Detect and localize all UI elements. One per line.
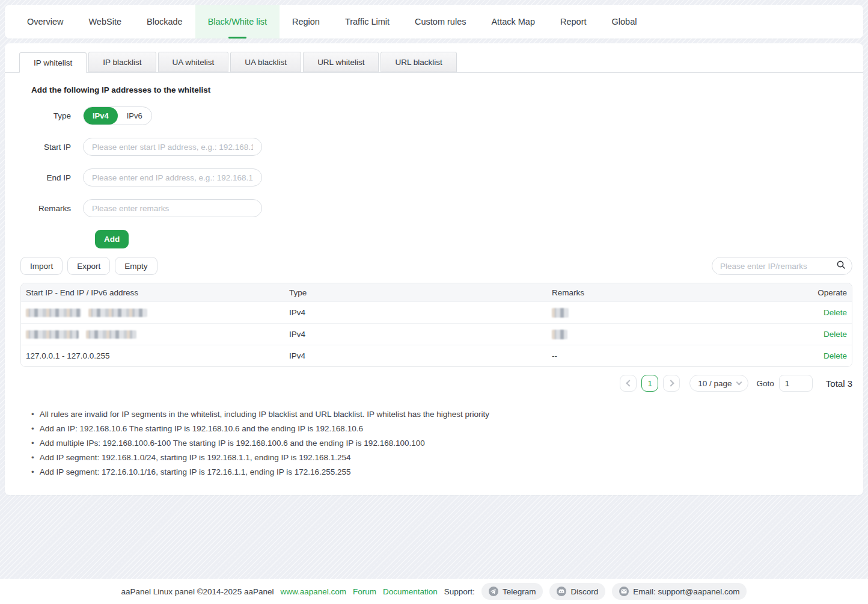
note-item: Add multiple IPs: 192.168.100.6-100 The … xyxy=(31,436,852,451)
tab-ip-blacklist[interactable]: IP blacklist xyxy=(88,52,156,72)
cell-type: IPv4 xyxy=(289,308,552,317)
discord-button[interactable]: Discord xyxy=(549,583,605,600)
header-remarks: Remarks xyxy=(552,288,781,297)
header-ip: Start IP - End IP / IPv6 address xyxy=(26,288,289,297)
page-size-value: 10 / page xyxy=(698,379,732,388)
discord-icon xyxy=(557,587,566,596)
cell-type: IPv4 xyxy=(289,330,552,339)
forum-link[interactable]: Forum xyxy=(353,587,376,596)
main-panel: IP whitelist IP blacklist UA whitelist U… xyxy=(5,43,863,495)
nav-item-region[interactable]: Region xyxy=(280,5,332,39)
nav-item-report[interactable]: Report xyxy=(548,5,599,39)
nav-item-website[interactable]: WebSite xyxy=(76,5,134,39)
help-notes: All rules are invalid for IP segments in… xyxy=(31,407,852,479)
goto-page-input[interactable] xyxy=(779,375,813,392)
cell-ip: 127.0.0.1 - 127.0.0.255 xyxy=(26,351,289,360)
redacted-ip-block xyxy=(26,330,79,339)
remarks-label: Remarks xyxy=(16,204,83,213)
list-toolbar: Import Export Empty xyxy=(20,257,852,275)
email-button[interactable]: Email: support@aapanel.com xyxy=(612,583,747,600)
cell-type: IPv4 xyxy=(289,351,552,360)
page-size-select[interactable]: 10 / page xyxy=(689,375,748,392)
start-ip-label: Start IP xyxy=(16,143,83,152)
next-page-button[interactable] xyxy=(663,375,680,392)
documentation-link[interactable]: Documentation xyxy=(383,587,438,596)
ip-type-ipv4[interactable]: IPv4 xyxy=(84,107,118,125)
nav-item-traffic-limit[interactable]: Traffic Limit xyxy=(332,5,402,39)
page-footer: aaPanel Linux panel ©2014-2025 aaPanel w… xyxy=(0,579,868,604)
delete-link[interactable]: Delete xyxy=(824,351,847,360)
end-ip-label: End IP xyxy=(16,173,83,182)
header-operate: Operate xyxy=(781,288,847,297)
copyright-text: aaPanel Linux panel ©2014-2025 aaPanel xyxy=(121,587,274,596)
pagination: 1 10 / page Goto Total 3 xyxy=(16,375,852,392)
nav-item-black-white-list[interactable]: Black/White list xyxy=(195,5,280,39)
page-number-button[interactable]: 1 xyxy=(641,375,658,392)
type-label: Type xyxy=(16,111,83,120)
cell-ip-redacted xyxy=(26,330,289,339)
redacted-ip-block xyxy=(86,330,136,339)
email-icon xyxy=(619,587,629,596)
telegram-label: Telegram xyxy=(503,587,536,596)
cell-remarks: -- xyxy=(552,351,781,360)
tab-url-whitelist[interactable]: URL whitelist xyxy=(303,52,379,72)
chevron-right-icon xyxy=(667,380,674,386)
table-header-row: Start IP - End IP / IPv6 address Type Re… xyxy=(21,283,852,301)
ip-type-toggle: IPv4 IPv6 xyxy=(83,106,152,125)
empty-button[interactable]: Empty xyxy=(115,257,157,275)
total-count: Total 3 xyxy=(826,378,852,389)
header-type: Type xyxy=(289,288,552,297)
search-input[interactable] xyxy=(720,262,836,271)
discord-label: Discord xyxy=(570,587,598,596)
support-label: Support: xyxy=(444,587,475,596)
telegram-button[interactable]: Telegram xyxy=(481,583,543,600)
redacted-ip-block xyxy=(26,309,81,317)
import-button[interactable]: Import xyxy=(20,257,63,275)
tab-url-blacklist[interactable]: URL blacklist xyxy=(381,52,456,72)
nav-item-overview[interactable]: Overview xyxy=(14,5,76,39)
export-button[interactable]: Export xyxy=(67,257,110,275)
top-nav: Overview WebSite Blockade Black/White li… xyxy=(5,5,863,39)
tab-ua-blacklist[interactable]: UA blacklist xyxy=(230,52,301,72)
note-item: Add IP segment: 172.16.10.1/16, starting… xyxy=(31,465,852,479)
form-title: Add the following IP addresses to the wh… xyxy=(31,85,852,94)
note-item: Add an IP: 192.168.10.6 The starting IP … xyxy=(31,422,852,436)
email-label: Email: support@aapanel.com xyxy=(633,587,739,596)
goto-label: Goto xyxy=(757,379,774,388)
cell-remarks-redacted xyxy=(552,307,781,317)
redacted-remark-block xyxy=(552,330,567,339)
table-row: 127.0.0.1 - 127.0.0.255 IPv4 -- Delete xyxy=(21,345,852,366)
add-button[interactable]: Add xyxy=(95,230,129,248)
delete-link[interactable]: Delete xyxy=(824,330,847,339)
chevron-left-icon xyxy=(626,380,632,386)
start-ip-input[interactable] xyxy=(83,138,262,156)
chevron-down-icon xyxy=(736,380,742,386)
remarks-input[interactable] xyxy=(83,199,262,217)
table-row: IPv4 Delete xyxy=(21,323,852,345)
note-item: All rules are invalid for IP segments in… xyxy=(31,407,852,422)
nav-item-global[interactable]: Global xyxy=(599,5,650,39)
redacted-remark-block xyxy=(552,308,569,318)
end-ip-input[interactable] xyxy=(83,168,262,186)
whitelist-table: Start IP - End IP / IPv6 address Type Re… xyxy=(20,283,852,367)
table-row: IPv4 Delete xyxy=(21,301,852,323)
website-link[interactable]: www.aapanel.com xyxy=(280,587,346,596)
search-box[interactable] xyxy=(712,257,852,275)
tab-ip-whitelist[interactable]: IP whitelist xyxy=(19,52,87,73)
search-icon[interactable] xyxy=(836,260,846,272)
note-item: Add IP segment: 192.168.1.0/24, starting… xyxy=(31,451,852,465)
prev-page-button[interactable] xyxy=(620,375,637,392)
ip-type-ipv6[interactable]: IPv6 xyxy=(118,107,151,125)
nav-item-blockade[interactable]: Blockade xyxy=(134,5,195,39)
cell-ip-redacted xyxy=(26,308,289,317)
nav-item-custom-rules[interactable]: Custom rules xyxy=(402,5,478,39)
redacted-ip-block xyxy=(88,309,147,317)
telegram-icon xyxy=(489,587,498,596)
delete-link[interactable]: Delete xyxy=(824,308,847,317)
list-tabs: IP whitelist IP blacklist UA whitelist U… xyxy=(5,52,863,73)
cell-remarks-redacted xyxy=(552,329,781,339)
tab-ua-whitelist[interactable]: UA whitelist xyxy=(158,52,229,72)
nav-item-attack-map[interactable]: Attack Map xyxy=(478,5,548,39)
